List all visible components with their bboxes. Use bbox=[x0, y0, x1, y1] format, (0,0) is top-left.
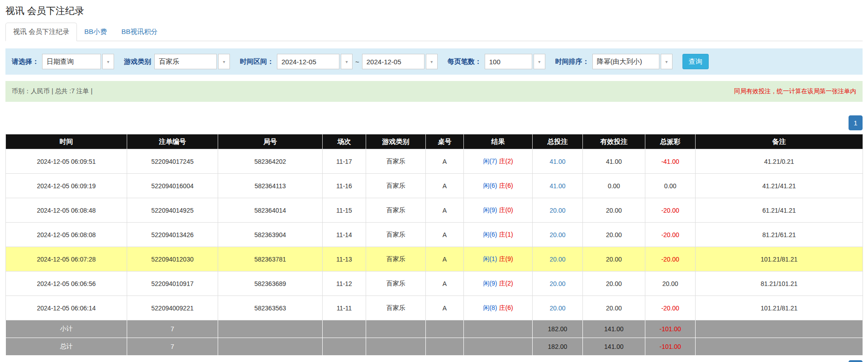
column-header-payout: 总派彩 bbox=[645, 134, 696, 149]
table-row: 2024-12-05 06:09:19 522094016004 5823641… bbox=[6, 174, 863, 198]
page-size-input[interactable] bbox=[485, 54, 532, 69]
filter-group-game-type: 游戏类别 ▾ bbox=[124, 54, 230, 69]
grand-total-label: 总计 bbox=[6, 338, 127, 356]
cell-session: 11-16 bbox=[323, 174, 366, 198]
cell-table-no: A bbox=[426, 247, 464, 272]
cell-table-no: A bbox=[426, 174, 464, 198]
search-button[interactable]: 查询 bbox=[682, 54, 709, 69]
filter-group-date-range: 时间区间： ▾ ~ ▾ bbox=[240, 54, 438, 69]
cell-round-id: 582363689 bbox=[218, 272, 323, 296]
subtotal-row: 小计 7 182.00 141.00 -101.00 bbox=[6, 320, 863, 338]
cell-session: 11-11 bbox=[323, 296, 366, 320]
game-type-select[interactable] bbox=[154, 54, 217, 69]
grand-total-row: 总计 7 182.00 141.00 -101.00 bbox=[6, 338, 863, 356]
cell-time: 2024-12-05 06:06:56 bbox=[6, 272, 127, 296]
cell-round-id: 582364014 bbox=[218, 198, 323, 223]
query-type-dropdown-button[interactable]: ▾ bbox=[102, 54, 114, 69]
cell-session: 11-14 bbox=[323, 223, 366, 247]
cell-time: 2024-12-05 06:08:08 bbox=[6, 223, 127, 247]
cell-session: 11-17 bbox=[323, 149, 366, 174]
filter-group-page-size: 每页笔数： ▾ bbox=[448, 54, 545, 69]
cell-valid-bet: 20.00 bbox=[583, 272, 645, 296]
cell-remark: 81.21/61.21 bbox=[696, 223, 863, 247]
cell-session: 11-13 bbox=[323, 247, 366, 272]
cell-table-no: A bbox=[426, 198, 464, 223]
cell-total-bet: 20.00 bbox=[533, 198, 583, 223]
cell-payout: -20.00 bbox=[645, 223, 696, 247]
total-bet-link[interactable]: 20.00 bbox=[549, 305, 565, 312]
cell-total-bet: 41.00 bbox=[533, 149, 583, 174]
cell-result: 闲(7)庄(2) bbox=[464, 149, 533, 174]
cell-result: 闲(9)庄(0) bbox=[464, 198, 533, 223]
cell-game-type: 百家乐 bbox=[366, 223, 426, 247]
result-player: 闲(1) bbox=[483, 255, 497, 262]
cell-total-bet: 20.00 bbox=[533, 223, 583, 247]
table-row: 2024-12-05 06:06:14 522094009221 5823635… bbox=[6, 296, 863, 320]
result-player: 闲(9) bbox=[483, 280, 497, 287]
total-bet-link[interactable]: 41.00 bbox=[549, 182, 565, 190]
cell-time: 2024-12-05 06:09:51 bbox=[6, 149, 127, 174]
result-player: 闲(7) bbox=[483, 157, 497, 165]
cell-result: 闲(6)庄(1) bbox=[464, 223, 533, 247]
cell-session: 11-12 bbox=[323, 272, 366, 296]
cell-bet-id: 522094013426 bbox=[127, 223, 218, 247]
subtotal-payout: -101.00 bbox=[645, 320, 696, 338]
cell-remark: 41.21/41.21 bbox=[696, 174, 863, 198]
cell-bet-id: 522094012030 bbox=[127, 247, 218, 272]
game-type-label: 游戏类别 bbox=[124, 57, 151, 66]
cell-game-type: 百家乐 bbox=[366, 174, 426, 198]
game-type-dropdown-button[interactable]: ▾ bbox=[218, 54, 230, 69]
total-bet-link[interactable]: 41.00 bbox=[549, 158, 565, 165]
sort-dropdown-button[interactable]: ▾ bbox=[661, 54, 672, 69]
cell-total-bet: 20.00 bbox=[533, 296, 583, 320]
cell-game-type: 百家乐 bbox=[366, 247, 426, 272]
cell-total-bet: 20.00 bbox=[533, 272, 583, 296]
tab-bb-tips[interactable]: BB小费 bbox=[77, 23, 114, 41]
result-banker: 庄(6) bbox=[499, 182, 513, 189]
date-to-input[interactable] bbox=[362, 54, 424, 69]
filter-bar: 请选择： ▾ 游戏类别 ▾ 时间区间： ▾ ~ ▾ 每页笔数： ▾ 时间排序： … bbox=[5, 48, 863, 75]
cell-payout: 20.00 bbox=[645, 272, 696, 296]
date-from-input[interactable] bbox=[277, 54, 339, 69]
pagination-bottom: 1 bbox=[5, 360, 863, 362]
cell-time: 2024-12-05 06:07:28 bbox=[6, 247, 127, 272]
currency-total-text: 币别：人民币 | 总共 :7 注单 | bbox=[12, 87, 92, 95]
cell-payout: -20.00 bbox=[645, 296, 696, 320]
page-1-button[interactable]: 1 bbox=[849, 360, 863, 362]
result-player: 闲(6) bbox=[483, 182, 497, 189]
total-bet-link[interactable]: 20.00 bbox=[549, 231, 565, 238]
sort-select[interactable] bbox=[592, 54, 659, 69]
column-header-valid-bet: 有效投注 bbox=[583, 134, 645, 149]
total-bet-link[interactable]: 20.00 bbox=[549, 280, 565, 287]
cell-game-type: 百家乐 bbox=[366, 149, 426, 174]
cell-remark: 61.21/41.21 bbox=[696, 198, 863, 223]
valid-bet-notice: 同局有效投注，统一计算在该局第一张注单内 bbox=[734, 87, 856, 95]
total-bet-link[interactable]: 20.00 bbox=[549, 256, 565, 263]
caret-down-icon: ▾ bbox=[107, 59, 109, 64]
query-type-label: 请选择： bbox=[12, 57, 39, 66]
result-player: 闲(6) bbox=[483, 231, 497, 238]
grand-total-total-bet: 182.00 bbox=[533, 338, 583, 356]
cell-time: 2024-12-05 06:06:14 bbox=[6, 296, 127, 320]
total-bet-link[interactable]: 20.00 bbox=[549, 207, 565, 214]
tab-bar: 视讯 会员下注纪录 BB小费 BB视讯积分 bbox=[5, 23, 863, 41]
cell-total-bet: 41.00 bbox=[533, 174, 583, 198]
date-to-picker-button[interactable]: ▾ bbox=[426, 54, 438, 69]
query-type-select[interactable] bbox=[42, 54, 101, 69]
cell-result: 闲(6)庄(6) bbox=[464, 174, 533, 198]
cell-valid-bet: 20.00 bbox=[583, 198, 645, 223]
caret-down-icon: ▾ bbox=[345, 59, 348, 64]
tab-betting-records[interactable]: 视讯 会员下注纪录 bbox=[5, 23, 77, 41]
cell-result: 闲(9)庄(2) bbox=[464, 272, 533, 296]
table-row: 2024-12-05 06:08:08 522094013426 5823639… bbox=[6, 223, 863, 247]
page-1-button[interactable]: 1 bbox=[849, 115, 863, 130]
table-header: 时间 注单编号 局号 场次 游戏类别 桌号 结果 总投注 有效投注 总派彩 备注 bbox=[6, 134, 863, 149]
column-header-bet-id: 注单编号 bbox=[127, 134, 218, 149]
caret-down-icon: ▾ bbox=[223, 59, 225, 64]
date-from-picker-button[interactable]: ▾ bbox=[341, 54, 353, 69]
cell-round-id: 582364202 bbox=[218, 149, 323, 174]
cell-valid-bet: 41.00 bbox=[583, 149, 645, 174]
page-size-dropdown-button[interactable]: ▾ bbox=[534, 54, 545, 69]
tab-bb-video-points[interactable]: BB视讯积分 bbox=[114, 23, 165, 41]
cell-table-no: A bbox=[426, 223, 464, 247]
